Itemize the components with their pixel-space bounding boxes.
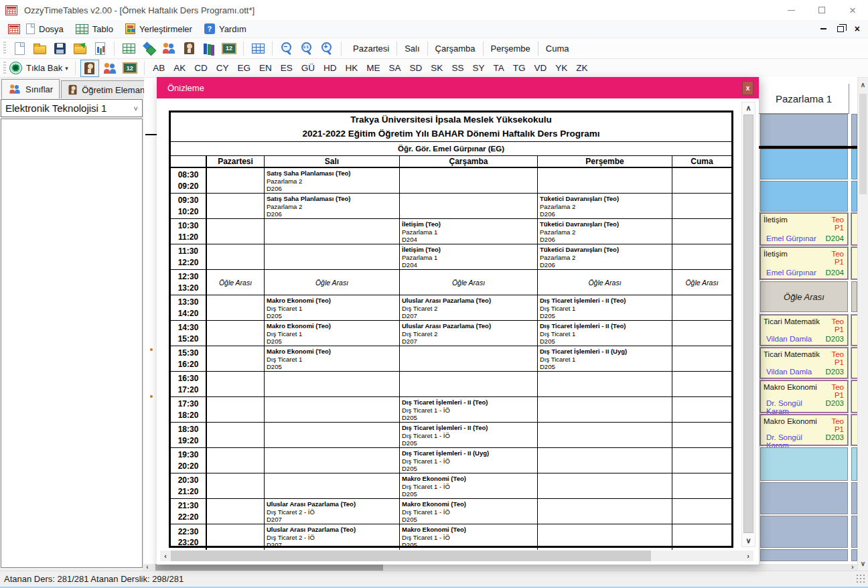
scrollbar-thumb[interactable] (155, 564, 383, 571)
sidebar-listbox[interactable] (1, 119, 143, 568)
teacher-code-en[interactable]: EN (259, 63, 272, 73)
teachers-button[interactable] (179, 40, 198, 57)
resize-grip[interactable] (857, 575, 866, 584)
menu-item-tablo[interactable]: Tablo (70, 20, 119, 38)
scroll-left-icon[interactable]: ‹ (160, 552, 171, 560)
timetable-cell-empty-blue[interactable] (760, 181, 848, 212)
view-classes-button[interactable] (100, 60, 119, 77)
menu-item-dosya[interactable]: Dosya (20, 20, 70, 38)
time-end: 14:20 (178, 308, 199, 319)
day-button-perşembe[interactable]: Perşembe (484, 44, 538, 54)
zoom-in-button[interactable]: + (317, 40, 336, 57)
timetable-cell-empty-gray[interactable] (760, 549, 848, 561)
timetable-cell-empty-gray[interactable] (760, 482, 848, 514)
mdi-minimize-icon[interactable] (820, 28, 826, 29)
view-classrooms-button[interactable] (121, 60, 139, 77)
scrollbar-thumb[interactable] (743, 115, 753, 533)
teacher-icon (69, 85, 77, 94)
teacher-code-hd[interactable]: HD (323, 63, 337, 73)
day-button-çarşamba[interactable]: Çarşamba (428, 44, 483, 54)
teacher-code-cd[interactable]: CD (194, 63, 208, 73)
day-button-salı[interactable]: Salı (397, 44, 427, 54)
day-button-cuma[interactable]: Cuma (538, 44, 577, 54)
teacher-code-ak[interactable]: AK (173, 63, 186, 73)
teacher-code-ta[interactable]: TA (493, 63, 504, 73)
day-button-pazartesi[interactable]: Pazartesi (346, 44, 396, 54)
report-button[interactable] (90, 40, 109, 57)
main-vertical-scrollbar[interactable]: ∧ ∨ (857, 78, 868, 571)
dialog-horizontal-scrollbar[interactable]: ‹ › (160, 550, 753, 561)
timetable-cell-course[interactable]: Makro EkonomiTeo P1Dr. Songül KaramD203 (760, 380, 848, 413)
scrollbar-thumb[interactable] (859, 94, 867, 194)
scroll-left-icon[interactable]: ‹ (143, 564, 152, 571)
timetable-grid-button[interactable] (248, 40, 267, 57)
tikla-bak-label[interactable]: Tıkla Bak (26, 63, 62, 73)
timetable-cell-lunch[interactable]: Öğle Arası (760, 281, 848, 312)
maximize-button[interactable] (806, 0, 837, 20)
menu-item-yerleştirmeler[interactable]: Yerleştirmeler (119, 20, 198, 38)
teacher-code-zk[interactable]: ZK (576, 63, 587, 73)
menu-item-yardım[interactable]: Yardım (198, 20, 252, 38)
close-button[interactable]: × (837, 0, 868, 20)
teacher-code-ss[interactable]: SS (451, 63, 463, 73)
scroll-up-icon[interactable]: ∧ (858, 81, 868, 88)
table-button[interactable] (119, 40, 138, 57)
scroll-down-icon[interactable]: ∨ (742, 536, 755, 545)
timetable-cell-course[interactable]: Ticari MatematikTeo P1Vildan DamlaD203 (760, 315, 848, 346)
timetable-cell-course[interactable]: Ticari MatematikTeo P1Vildan DamlaD203 (760, 348, 848, 378)
teacher-code-eg[interactable]: EG (238, 63, 251, 73)
scroll-down-icon[interactable]: ∨ (858, 560, 868, 567)
scroll-up-icon[interactable]: ∧ (742, 104, 755, 113)
teacher-code-yk[interactable]: YK (555, 63, 567, 73)
timetable-cell-empty-blue[interactable] (760, 149, 848, 179)
course-group: Dış Ticaret 1 (540, 305, 672, 313)
teacher-code-hk[interactable]: HK (346, 63, 358, 73)
teacher-code-ab[interactable]: AB (153, 63, 165, 73)
mdi-restore-icon[interactable] (837, 26, 844, 32)
zoom-out-button[interactable]: − (277, 40, 296, 57)
courses-button[interactable] (200, 40, 218, 57)
scroll-right-icon[interactable]: › (743, 552, 753, 560)
main-horizontal-scrollbar[interactable]: ‹ › (143, 564, 857, 571)
view-teachers-button[interactable] (80, 60, 99, 77)
timetable-cell (207, 321, 265, 346)
save-as-button[interactable] (70, 40, 89, 57)
mdi-close-icon[interactable]: × (855, 24, 860, 33)
timetable-cell (265, 397, 400, 422)
teacher-code-me[interactable]: ME (366, 63, 380, 73)
toolbar-grip[interactable] (3, 42, 6, 55)
timetable-cell-course[interactable]: İletişimTeo P1Emel GürpınarD204 (760, 213, 848, 245)
classes-button[interactable] (159, 40, 178, 57)
teacher-code-sd[interactable]: SD (410, 63, 423, 73)
timetable-cell-empty-gray[interactable] (760, 516, 848, 548)
teacher-code-tg[interactable]: TG (513, 63, 526, 73)
teacher-code-sa[interactable]: SA (389, 63, 401, 73)
dialog-vertical-scrollbar[interactable]: ∧ ∨ (741, 102, 755, 547)
sidebar-tab-siniflar[interactable]: Sınıflar (1, 79, 60, 98)
timetable-cell-empty-teal[interactable] (760, 447, 848, 481)
timetable-cell-course[interactable]: Makro EkonomiTeo P1Dr. Songül KaramD203 (760, 415, 848, 445)
toolbar-grip[interactable] (3, 62, 6, 75)
class-select-combobox[interactable]: Elektronik Teknolojisi 1 ˅ (1, 99, 143, 117)
zoom-reset-button[interactable]: 1:1 (297, 40, 316, 57)
classrooms-button[interactable] (220, 40, 238, 57)
timetable-cell-empty-gray[interactable] (760, 114, 848, 146)
teacher-code-es[interactable]: ES (281, 63, 293, 73)
dialog-titlebar[interactable]: Önizleme x (157, 77, 759, 98)
open-file-button[interactable] (30, 40, 49, 57)
timetable-cell-course[interactable]: İletişimTeo P1Emel GürpınarD204 (760, 247, 848, 279)
new-file-button[interactable] (10, 40, 29, 57)
scrollbar-track[interactable] (171, 550, 743, 561)
chevron-down-icon[interactable]: ▾ (65, 65, 68, 72)
dialog-close-button[interactable]: x (742, 81, 753, 95)
teacher-code-cy[interactable]: CY (216, 63, 229, 73)
teacher-code-sy[interactable]: SY (472, 63, 484, 73)
teacher-code-sk[interactable]: SK (431, 63, 443, 73)
save-button[interactable] (50, 40, 69, 57)
teacher-code-gü[interactable]: GÜ (301, 63, 315, 73)
teacher-code-vd[interactable]: VD (534, 63, 547, 73)
minimize-button[interactable] (776, 0, 806, 20)
scroll-right-icon[interactable]: › (848, 564, 857, 571)
scrollbar-thumb[interactable] (171, 550, 651, 561)
placements-button[interactable] (139, 40, 158, 57)
